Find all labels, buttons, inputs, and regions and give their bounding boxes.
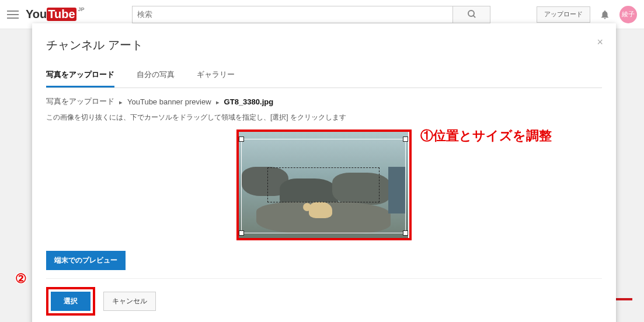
chevron-right-icon xyxy=(119,97,123,106)
breadcrumb-level1[interactable]: 写真をアップロード xyxy=(46,96,114,107)
youtube-logo[interactable]: You Tube JP xyxy=(26,8,76,21)
select-button[interactable]: 選択 xyxy=(51,292,90,311)
close-icon[interactable]: × xyxy=(597,36,603,48)
tabs: 写真をアップロード 自分の写真 ギャラリー xyxy=(46,64,602,88)
upload-button[interactable]: アップロード xyxy=(537,6,590,23)
device-preview-button[interactable]: 端末でのプレビュー xyxy=(46,251,126,270)
channel-art-modal: チャンネル アート × 写真をアップロード 自分の写真 ギャラリー 写真をアップ… xyxy=(32,23,616,322)
search-box xyxy=(132,6,490,23)
tab-gallery[interactable]: ギャラリー xyxy=(197,64,235,88)
cancel-button[interactable]: キャンセル xyxy=(103,292,156,311)
crop-hint: この画像を切り抜くには、下でカーソルをドラッグして領域を指定し、[選択] をクリ… xyxy=(46,113,602,123)
bell-icon[interactable] xyxy=(600,9,610,20)
breadcrumb-level2[interactable]: YouTube banner preview xyxy=(127,97,211,106)
crop-selection[interactable] xyxy=(241,139,406,233)
topbar-right: アップロード 綾子 xyxy=(537,6,637,23)
tab-upload-photo[interactable]: 写真をアップロード xyxy=(46,64,114,88)
crop-handle-top-right[interactable] xyxy=(403,136,408,142)
crop-handle-bottom-left[interactable] xyxy=(239,230,244,236)
logo-text-tube: Tube xyxy=(47,8,76,21)
logo-region: JP xyxy=(78,6,85,12)
crop-area xyxy=(236,130,412,240)
annotation-highlight-box-2: 選択 xyxy=(46,287,95,316)
modal-title: チャンネル アート xyxy=(46,37,602,53)
image-preview[interactable] xyxy=(239,132,408,238)
avatar[interactable]: 綾子 xyxy=(619,6,637,23)
breadcrumb: 写真をアップロード YouTube banner preview GT8_338… xyxy=(46,96,602,107)
logo-text-you: You xyxy=(26,8,47,21)
menu-icon[interactable] xyxy=(7,10,19,19)
annotation-step2: ② xyxy=(15,271,27,286)
crop-handle-bottom-right[interactable] xyxy=(403,230,408,236)
crop-handle-top-left[interactable] xyxy=(239,136,244,142)
modal-footer: 選択 キャンセル xyxy=(46,278,602,316)
annotation-highlight-box xyxy=(236,130,412,240)
annotation-step1: ①位置とサイズを調整 xyxy=(420,127,552,145)
crop-safe-zone xyxy=(267,167,380,202)
search-icon xyxy=(468,10,475,17)
breadcrumb-current: GT8_3380.jpg xyxy=(224,97,274,106)
tab-my-photos[interactable]: 自分の写真 xyxy=(137,64,175,88)
chevron-right-icon xyxy=(216,97,220,106)
search-button[interactable] xyxy=(453,6,490,23)
search-input[interactable] xyxy=(132,6,453,23)
